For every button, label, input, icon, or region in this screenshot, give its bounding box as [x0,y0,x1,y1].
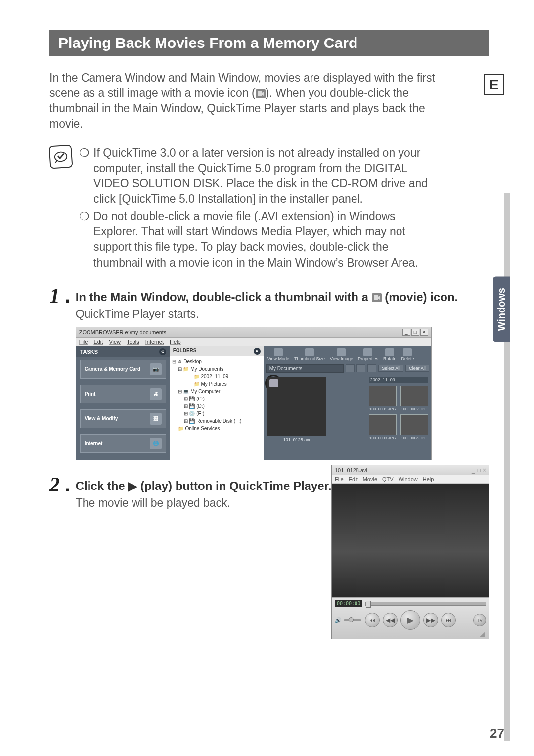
note-icon [48,145,73,169]
image-thumbnail[interactable]: 100_0001.JPG [369,386,397,411]
task-view-modify-button[interactable]: View & Modify🖼 [80,409,166,428]
menu-view[interactable]: View [109,339,121,345]
toolbar-rotate[interactable]: Rotate [382,348,398,361]
collapse-icon[interactable]: « [159,348,166,355]
tree-node[interactable]: (E:) [196,411,204,416]
menu-file[interactable]: File [335,476,344,482]
tv-button[interactable]: TV [473,614,486,626]
thumbnail-caption: 101_0128.avi [267,437,326,442]
step-heading: In the Main Window, double-click a thumb… [76,289,490,305]
task-label: View & Modify [85,416,118,421]
image-thumbnail[interactable]: 100_0003.JPG [369,414,397,440]
folder-tree[interactable]: ⊟ 🖥 Desktop ⊟ 📁 My Documents 📁 2002_11_0… [170,356,264,434]
step-heading-text: In the Main Window, double-click a thumb… [76,290,372,304]
menu-bar[interactable]: File Edit Movie QTV Window Help [332,475,489,484]
breadcrumb: My Documents [266,364,344,373]
note-list: ❍If QuickTime 3.0 or a later version is … [79,145,440,272]
step-back-button[interactable]: ◀◀ [383,613,398,627]
resize-grip[interactable]: ◢ [335,632,486,637]
print-icon: 🖨 [150,388,162,400]
zoom-out-button[interactable] [356,364,365,372]
camera-icon: 📷 [150,363,162,375]
date-header: 2002_11_09 [369,377,428,383]
image-thumbnail[interactable]: 100_000a.JPG [400,414,428,440]
thumbnail-caption: 100_0003.JPG [369,436,397,440]
rewind-start-button[interactable]: ⏮ [365,613,380,627]
volume-slider[interactable] [344,619,361,621]
window-title: 101_0128.avi [335,467,367,473]
play-button[interactable]: ▶ [400,610,420,630]
time-display: 00:00:00 [335,600,362,607]
svg-rect-2 [374,295,378,300]
movie-icon [256,89,266,98]
thumbnail-caption: 100_0002.JPG [400,407,428,411]
step-forward-button[interactable]: ▶▶ [423,613,438,627]
thumbnail-caption: 100_000a.JPG [400,436,428,440]
tree-node[interactable]: My Computer [190,389,220,394]
note-item: If QuickTime 3.0 or a later version is n… [93,145,440,207]
menu-internet[interactable]: Internet [145,339,164,345]
task-internet-button[interactable]: Internet🌐 [80,434,166,453]
folders-header: FOLDERS [173,348,197,355]
tree-node[interactable]: My Documents [190,366,223,372]
menu-help[interactable]: Help [170,339,181,345]
step-heading-text: (movie) icon. [382,290,458,304]
up-button[interactable] [367,364,376,372]
zoombrowser-window: ZOOMBROWSER e:\my documents _ □ × File E… [76,327,432,460]
tree-node[interactable]: Online Services [185,426,220,431]
menu-tools[interactable]: Tools [127,339,139,345]
speaker-icon[interactable]: 🔊 [335,617,342,623]
tree-node[interactable]: My Pictures [201,381,226,387]
toolbar-view-image[interactable]: View Image [328,348,355,361]
task-label: Internet [85,441,103,446]
globe-icon: 🌐 [150,438,162,449]
zoom-in-button[interactable] [346,364,355,372]
toolbar-delete[interactable]: Delete [400,348,415,361]
menu-edit[interactable]: Edit [349,476,358,482]
tree-node[interactable]: Desktop [183,359,202,364]
page-number: 27 [490,726,504,741]
minimize-button[interactable]: _ [472,467,475,474]
movie-icon [372,293,382,302]
step-subtext: QuickTime Player starts. [76,308,490,321]
close-button[interactable]: × [420,329,428,336]
tree-node[interactable]: (D:) [196,403,205,409]
close-button[interactable]: × [483,467,486,474]
maximize-button[interactable]: □ [477,467,481,474]
maximize-button[interactable]: □ [411,329,419,336]
clear-all-button[interactable]: Clear All [405,365,429,372]
tree-node[interactable]: (C:) [196,396,205,401]
image-icon: 🖼 [150,413,162,425]
language-badge: E [484,74,504,95]
toolbar-thumb-size[interactable]: Thumbnail Size [293,348,326,361]
tree-node[interactable]: Removable Disk (F:) [196,418,241,424]
collapse-icon[interactable]: « [254,348,261,355]
menu-movie[interactable]: Movie [363,476,377,482]
task-camera-button[interactable]: Camera & Memory Card📷 [80,360,166,379]
step-number: 1 [49,285,60,470]
section-title: Playing Back Movies From a Memory Card [49,30,490,56]
movie-thumbnail[interactable]: 101_0128.avi [267,377,326,457]
tree-node[interactable]: 2002_11_09 [201,374,228,379]
toolbar-properties[interactable]: Properties [356,348,380,361]
tasks-header: TASKS [80,349,98,355]
menu-window[interactable]: Window [399,476,418,482]
video-area [332,484,489,597]
forward-end-button[interactable]: ⏭ [441,613,456,627]
window-title: ZOOMBROWSER e:\my documents [79,329,167,335]
menu-bar[interactable]: File Edit View Tools Internet Help [76,338,431,346]
side-strip [504,193,510,741]
seek-slider[interactable] [365,602,486,606]
task-label: Print [85,391,96,397]
menu-edit[interactable]: Edit [93,339,103,345]
menu-qtv[interactable]: QTV [382,476,394,482]
task-print-button[interactable]: Print🖨 [80,385,166,403]
quicktime-window: 101_0128.avi _ □ × File Edit Movie QTV W… [331,465,490,639]
minimize-button[interactable]: _ [402,329,410,336]
image-thumbnail[interactable]: 100_0002.JPG [400,386,428,411]
menu-file[interactable]: File [79,339,88,345]
menu-help[interactable]: Help [423,476,434,482]
select-all-button[interactable]: Select All [378,365,403,372]
note-item: Do not double-click a movie file (.AVI e… [93,209,440,270]
toolbar-view-mode[interactable]: View Mode [266,348,291,361]
